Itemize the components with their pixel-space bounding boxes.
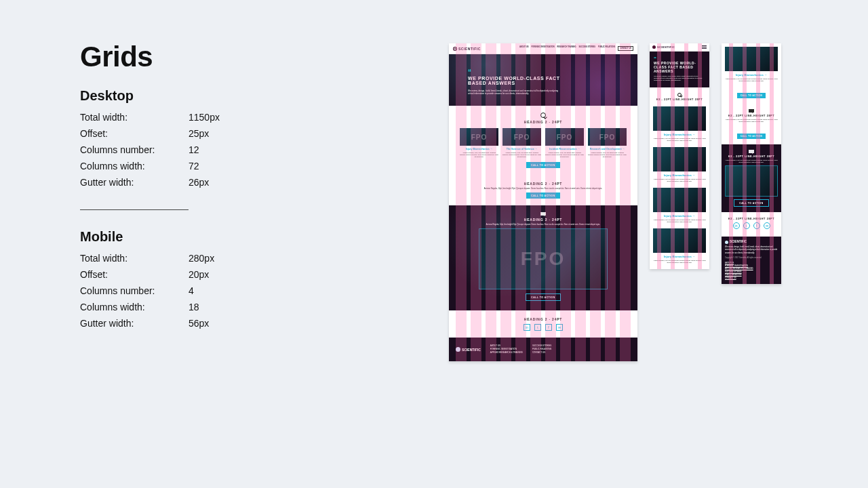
section: HEADING 2 - 24PT in t f ✉ [449, 310, 637, 338]
tile-body: Aenean Regular, 14pt, line-height 21pt. … [653, 138, 706, 142]
card-title[interactable]: Incident Reconstruction → [545, 148, 584, 150]
nav-item[interactable]: CONTACT US [618, 46, 633, 51]
facebook-icon[interactable]: f [753, 222, 760, 229]
footer: SCIENTIFIC We review, design, build, ben… [722, 237, 781, 284]
cta-button[interactable]: CALL TO ACTION [734, 199, 768, 207]
section-heading: HEADING 2 - 24PT [454, 120, 632, 124]
site-header: SCIENTIFIC [650, 43, 709, 52]
section-heading: H2 - 22PT LINE-HEIGHT 28PT [653, 98, 706, 101]
nav-item[interactable]: RESEARCH TRAINING [557, 46, 576, 51]
mobile-mockup-b: Injury Biomechanics →Aenean Regular, 14p… [722, 43, 781, 284]
spec-panel: Grids Desktop Total width:1150px Offset:… [80, 41, 311, 331]
section-body: Aenean Regular, 14pt, line-height 21pt. … [725, 159, 778, 163]
footer-link[interactable]: PUBLIC RELATIONS [532, 348, 551, 350]
footer-link[interactable]: APPLIED RESEARCH & TRAINING [490, 351, 523, 354]
hero: “ WE PROVIDE WORLD-CLASS FACT BASED ANSW… [650, 52, 709, 87]
tile-title[interactable]: Injury Biomechanics → [653, 255, 706, 258]
card: FPOInjury Biomechanics →Aenean Regular, … [460, 128, 498, 158]
tile-body: Aenean Regular, 14pt, line-height 21pt. … [653, 219, 706, 223]
logo: SCIENTIFIC [652, 45, 675, 49]
video-icon [749, 150, 754, 153]
fpo-image [653, 228, 706, 253]
spec-row: Gutter width:26px [80, 174, 311, 190]
footer-link[interactable]: SUCCESS STORIES [532, 344, 551, 347]
fpo-label: FPO [521, 248, 566, 270]
mail-icon[interactable]: ✉ [764, 222, 770, 229]
tile-title[interactable]: Injury Biomechanics → [725, 73, 778, 77]
logo-icon [456, 347, 460, 352]
spec-row: Gutter width:56px [80, 315, 311, 331]
nav-item[interactable]: SUCCESS STORIES [578, 46, 595, 51]
section-body: Aenean Regular, 14pt, line-height 21pt. … [482, 188, 604, 190]
card: FPOThe Science of Violence →Aenean Regul… [502, 128, 541, 158]
hero-body: We review, design, build, bend, break, s… [654, 75, 705, 82]
hero-body: We review, design, build, bend, break, s… [468, 89, 563, 95]
dark-section: H2 - 22PT LINE-HEIGHT 28PT Aenean Regula… [722, 144, 781, 212]
card: FPOIncident Reconstruction →Aenean Regul… [545, 128, 584, 158]
card-title[interactable]: The Science of Violence → [502, 148, 541, 150]
hero: “ WE PROVIDE WORLD-CLASS FACT BASED ANSW… [449, 54, 637, 106]
card: FPOResearch and Development →Aenean Regu… [588, 128, 627, 158]
fpo-image [725, 47, 778, 71]
footer-logo: SCIENTIFIC [456, 344, 481, 354]
spec-row: Offset:25px [80, 125, 311, 142]
facebook-icon[interactable]: f [545, 324, 552, 331]
mobile-mockup-a: SCIENTIFIC “ WE PROVIDE WORLD-CLASS FACT… [650, 43, 709, 269]
footer-link[interactable]: CONTACT US [725, 277, 778, 280]
dark-section: HEADING 2 - 24PT Aenean Regular, 14pt, l… [449, 205, 637, 310]
video-player[interactable]: FPO [479, 228, 608, 289]
video-icon [749, 109, 754, 113]
page-title: Grids [80, 41, 311, 73]
twitter-icon[interactable]: t [743, 222, 750, 229]
tile-title[interactable]: Injury Biomechanics → [653, 214, 706, 218]
footer-link[interactable]: CONTACT US [532, 351, 545, 354]
section: HEADING 2 - 24PT FPOInjury Biomechanics … [449, 106, 637, 175]
cta-button[interactable]: CALL TO ACTION [526, 162, 559, 168]
card-title[interactable]: Injury Biomechanics → [460, 148, 498, 150]
nav-item[interactable]: FORENSIC INVESTIGATION [531, 46, 554, 51]
section-heading: HEADING 2 - 24PT [454, 317, 632, 321]
section: H2 - 22PT LINE-HEIGHT 28PT Aenean Regula… [722, 104, 781, 128]
card-title[interactable]: Research and Development → [588, 148, 627, 150]
tile-body: Aenean Regular, 14pt, line-height 21pt. … [653, 260, 706, 264]
nav-item[interactable]: PUBLIC RELATIONS [598, 46, 615, 51]
menu-icon[interactable] [702, 45, 707, 49]
copyright: Copyright © 2017 Scientific. All rights … [725, 257, 778, 260]
footer-blurb: We review, design, build, bend, break, s… [725, 246, 778, 255]
section: HEADING 2 - 24PT Aenean Regular, 14pt, l… [449, 175, 637, 205]
footer: SCIENTIFIC ABOUT US FORENSIC INVESTIGATI… [449, 338, 637, 361]
mail-icon[interactable]: ✉ [556, 324, 563, 331]
spec-row: Columns number:12 [80, 142, 311, 158]
section: H2 - 22PT LINE-HEIGHT 28PT in t f ✉ [722, 212, 781, 237]
cta-button[interactable]: CALL TO ACTION [526, 192, 559, 199]
footer-logo: SCIENTIFIC [725, 241, 778, 244]
footer-col: ABOUT US FORENSIC INVESTIGATION APPLIED … [490, 344, 523, 354]
fpo-image: FPO [460, 128, 498, 146]
tile-title[interactable]: Injury Biomechanics → [653, 174, 706, 177]
video-player[interactable] [725, 165, 778, 197]
logo-icon [725, 241, 728, 244]
spec-row: Offset:20px [80, 266, 311, 283]
linkedin-icon[interactable]: in [733, 222, 740, 229]
fpo-image [653, 106, 706, 131]
footer-link[interactable]: ABOUT US [490, 344, 500, 347]
nav-item[interactable]: ABOUT US [519, 46, 529, 51]
twitter-icon[interactable]: t [534, 324, 541, 331]
section-heading: H2 - 22PT LINE-HEIGHT 28PT [725, 155, 778, 158]
linkedin-icon[interactable]: in [524, 324, 530, 331]
fpo-image [653, 147, 706, 171]
cta-button[interactable]: CALL TO ACTION [737, 134, 766, 139]
section: CALL TO ACTION [722, 87, 781, 104]
cta-button[interactable]: CALL TO ACTION [526, 293, 560, 301]
fpo-image: FPO [588, 128, 627, 146]
cta-button[interactable]: CALL TO ACTION [737, 93, 766, 98]
video-icon [540, 212, 546, 216]
footer-link[interactable]: FORENSIC INVESTIGATION [490, 348, 517, 350]
tile-title[interactable]: Injury Biomechanics → [653, 133, 706, 136]
spec-row: Total width:1150px [80, 109, 311, 125]
card-body: Aenean Regular, 14pt, line-height 21pt. … [460, 152, 498, 158]
spec-row: Columns number:4 [80, 283, 311, 299]
tile: Injury Biomechanics →Aenean Regular, 14p… [722, 43, 781, 87]
desktop-heading: Desktop [80, 88, 311, 104]
fpo-image: FPO [545, 128, 584, 146]
